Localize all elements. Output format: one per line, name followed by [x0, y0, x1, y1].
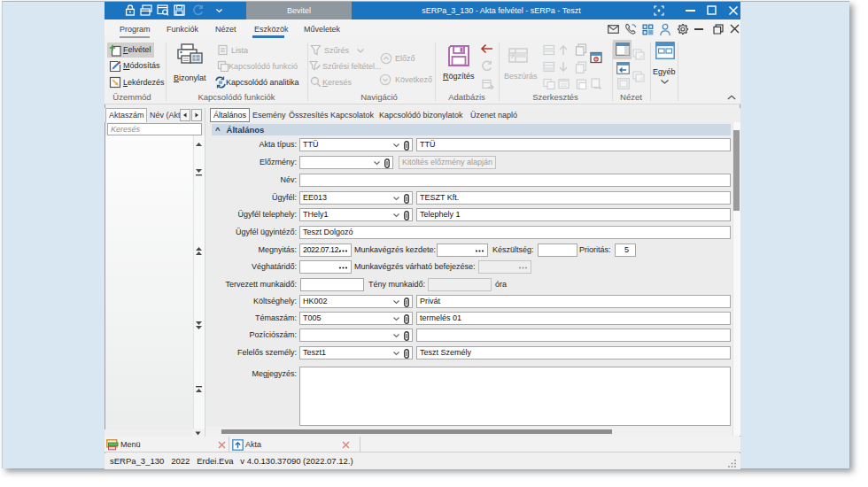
svg-text:23: 23	[561, 82, 567, 88]
